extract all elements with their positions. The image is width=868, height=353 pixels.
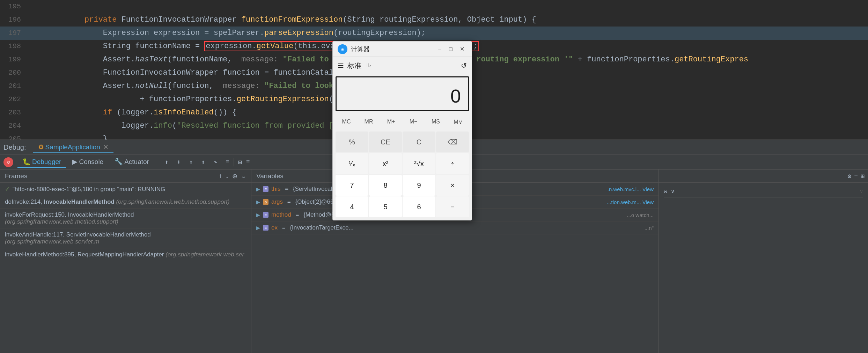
right-panel-top: ⚙ − ⊞ xyxy=(659,170,868,183)
hamburger-icon[interactable]: ☰ xyxy=(338,61,344,70)
frame-item-2[interactable]: invokeAndHandle:117, ServletInvocableHan… xyxy=(0,228,251,248)
code-line-196: 196 Expression expression = spelParser.p… xyxy=(0,13,868,27)
frame-item-1[interactable]: invokeForRequest:150, InvocableHandlerMe… xyxy=(0,209,251,228)
btn-multiply[interactable]: × xyxy=(436,175,469,196)
mem-mc[interactable]: MC xyxy=(336,115,357,128)
line-number-205: 205 xyxy=(0,133,28,140)
variable-ex[interactable]: ▶ ≡ ex = {InvocationTargetExce... ...n" xyxy=(251,221,659,234)
var-type-args: p xyxy=(263,199,269,205)
line-number-198: 198 xyxy=(0,40,28,53)
close-button[interactable]: ✕ xyxy=(457,44,467,54)
frame-item-0[interactable]: doInvoke:214, InvocableHandlerMethod (or… xyxy=(0,196,251,209)
mem-mplus[interactable]: M+ xyxy=(380,115,402,128)
calc-app-icon: ⊞ xyxy=(338,44,347,54)
running-check-icon: ✓ xyxy=(5,186,10,193)
console-icon: ▶ xyxy=(72,158,78,166)
mem-mminus[interactable]: M− xyxy=(403,115,424,128)
run-icon[interactable]: ⬆ xyxy=(200,157,206,167)
frame-label-1: invokeForRequest:150, InvocableHandlerMe… xyxy=(5,211,134,225)
restart-icon: ↺ xyxy=(7,159,10,165)
btn-4[interactable]: 4 xyxy=(336,196,368,217)
mode-sub-icon: ㎐ xyxy=(366,62,372,69)
frames-panel: Frames ↑ ↓ ⊕ ⌄ ✓ "http-nio-8080-exec-1"@… xyxy=(0,170,251,353)
mem-ms[interactable]: MS xyxy=(425,115,447,128)
frame-item-3[interactable]: invokeHandlerMethod:895, RequestMappingH… xyxy=(0,248,251,261)
running-thread: ✓ "http-nio-8080-exec-1"@5,180 in group … xyxy=(0,183,251,196)
calc-icon-symbol: ⊞ xyxy=(340,46,345,52)
btn-backspace[interactable]: ⌫ xyxy=(436,132,469,152)
line-number-199: 199 xyxy=(0,53,28,66)
line-number-204: 204 xyxy=(0,119,28,133)
line-number-201: 201 xyxy=(0,80,28,93)
step-over-icon[interactable]: ⬆ xyxy=(163,157,170,167)
var-type-ex: ≡ xyxy=(263,225,269,231)
frames-down-icon[interactable]: ↓ xyxy=(226,172,229,180)
step-out-icon[interactable]: ⬆ xyxy=(188,157,194,167)
line-number-197: 197 xyxy=(0,27,28,40)
calc-title: 计算器 xyxy=(351,45,433,53)
frames-header: Frames ↑ ↓ ⊕ ⌄ xyxy=(0,170,251,183)
minus-icon[interactable]: − xyxy=(854,173,858,180)
tab-console[interactable]: ▶ Console xyxy=(67,156,108,168)
var-type-this: ≡ xyxy=(263,186,269,192)
frame-label-3: invokeHandlerMethod:895, RequestMappingH… xyxy=(5,251,244,258)
debug-tab-sample[interactable]: ⚙ SampleApplication ✕ xyxy=(33,142,113,153)
calc-memory-row: MC MR M+ M− MS M∨ xyxy=(333,113,472,130)
expand-icon-ex: ▶ xyxy=(256,225,260,231)
frames-filter-icon[interactable]: ⊕ xyxy=(232,172,237,180)
btn-square[interactable]: x² xyxy=(369,153,402,174)
frames-more-icon[interactable]: ⌄ xyxy=(241,172,246,180)
line-number-203: 203 xyxy=(0,106,28,119)
line-number-195: 195 xyxy=(0,0,28,13)
settings-icon[interactable]: ⚙ xyxy=(848,172,852,180)
calc-buttons-grid: % CE C ⌫ ¹∕ₓ x² ²√x ÷ 7 8 9 × 4 5 6 − xyxy=(333,130,472,220)
var-eq-ex: = xyxy=(280,224,287,231)
step-into-icon[interactable]: ⬇ xyxy=(176,157,182,167)
layout-icon[interactable]: ≡ xyxy=(245,157,251,167)
frames-up-icon[interactable]: ↑ xyxy=(219,172,222,180)
debugger-icon: 🐛 xyxy=(22,158,31,166)
var-eq-args: = xyxy=(286,198,292,205)
sample-app-icon: ⚙ xyxy=(38,143,44,151)
frames-title: Frames xyxy=(5,172,27,180)
btn-9[interactable]: 9 xyxy=(403,175,435,196)
frame-label-2: invokeAndHandle:117, ServletInvocableHan… xyxy=(5,231,151,245)
expand-icon-this: ▶ xyxy=(256,186,260,192)
tab-debugger[interactable]: 🐛 Debugger xyxy=(17,156,66,168)
btn-6[interactable]: 6 xyxy=(403,196,435,217)
view-this[interactable]: .n.web.mvc.l... View xyxy=(608,186,654,192)
btn-8[interactable]: 8 xyxy=(369,175,402,196)
tab-actuator[interactable]: 🔧 Actuator xyxy=(110,156,154,168)
debugger-restart-btn[interactable]: ↺ xyxy=(3,157,13,167)
calc-header: ☰ 标准 ㎐ ↺ xyxy=(333,57,472,74)
expand-watch[interactable]: ∨ xyxy=(860,188,863,195)
mem-mlist[interactable]: M∨ xyxy=(447,115,469,128)
btn-5[interactable]: 5 xyxy=(369,196,402,217)
btn-minus[interactable]: − xyxy=(436,196,469,217)
line-number-196: 196 xyxy=(0,13,28,27)
maximize-button[interactable]: □ xyxy=(446,44,456,54)
btn-sqrt[interactable]: ²√x xyxy=(403,153,435,174)
btn-ce[interactable]: CE xyxy=(369,132,402,152)
eval-icon[interactable]: ≡ xyxy=(224,157,231,167)
skip-icon[interactable]: ↷ xyxy=(212,157,219,167)
btn-divide[interactable]: ÷ xyxy=(436,153,469,174)
btn-percent[interactable]: % xyxy=(336,132,368,152)
mem-mr[interactable]: MR xyxy=(358,115,380,128)
expand-icon-method: ▶ xyxy=(256,212,260,218)
frames-icon[interactable]: ⊞ xyxy=(237,157,243,167)
btn-c[interactable]: C xyxy=(403,132,435,152)
minimize-button[interactable]: − xyxy=(435,44,444,54)
expand-icon[interactable]: ⊞ xyxy=(861,172,865,180)
history-icon[interactable]: ↺ xyxy=(461,61,467,70)
frame-label-0: doInvoke:214, InvocableHandlerMethod (or… xyxy=(5,198,229,205)
debug-tab-name: SampleApplication xyxy=(45,143,100,151)
close-debug-tab[interactable]: ✕ xyxy=(103,143,109,151)
calc-mode-label: 标准 xyxy=(347,61,361,70)
view-args[interactable]: ...tion.web.m... View xyxy=(607,199,654,205)
btn-7[interactable]: 7 xyxy=(336,175,368,196)
var-name-method: method xyxy=(271,211,291,218)
calc-display-value: 0 xyxy=(450,85,461,107)
var-type-method: ≡ xyxy=(263,212,269,218)
btn-reciprocal[interactable]: ¹∕ₓ xyxy=(336,153,368,174)
